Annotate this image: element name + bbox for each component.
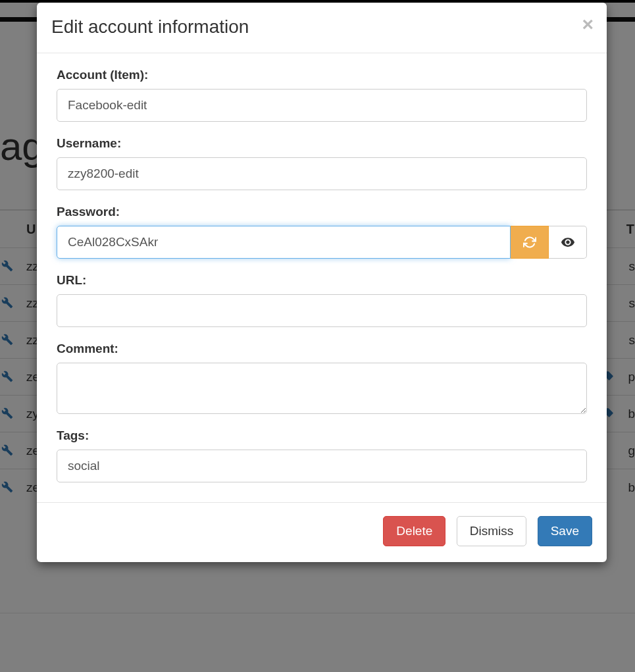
password-label: Password: <box>57 205 587 219</box>
modal-body: Account (Item): Username: Password: <box>37 53 607 502</box>
url-label: URL: <box>57 273 587 288</box>
password-field[interactable] <box>57 226 511 259</box>
refresh-icon <box>523 236 536 249</box>
modal-title: Edit account information <box>51 16 592 38</box>
edit-account-modal: Edit account information × Account (Item… <box>37 3 607 562</box>
comment-label: Comment: <box>57 342 587 356</box>
modal-header: Edit account information × <box>37 3 607 53</box>
eye-icon <box>561 235 575 249</box>
account-field[interactable] <box>57 89 587 122</box>
username-label: Username: <box>57 136 587 151</box>
save-button[interactable]: Save <box>538 516 592 546</box>
close-icon[interactable]: × <box>582 14 594 34</box>
tags-label: Tags: <box>57 428 587 443</box>
url-field[interactable] <box>57 294 587 327</box>
account-label: Account (Item): <box>57 68 587 82</box>
tags-field[interactable] <box>57 450 587 482</box>
show-password-button[interactable] <box>549 226 587 259</box>
delete-button[interactable]: Delete <box>383 516 445 546</box>
modal-footer: Delete Dismiss Save <box>37 502 607 562</box>
regenerate-password-button[interactable] <box>511 226 549 259</box>
comment-field[interactable] <box>57 363 587 414</box>
dismiss-button[interactable]: Dismiss <box>457 516 527 546</box>
username-field[interactable] <box>57 157 587 190</box>
